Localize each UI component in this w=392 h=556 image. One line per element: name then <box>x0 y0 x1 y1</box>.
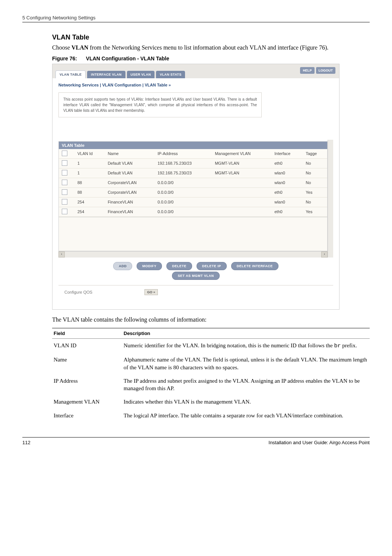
tab-user-vlan[interactable]: USER VLAN <box>127 71 155 78</box>
vlan-table-title: VLAN Table <box>59 142 327 149</box>
cell-name: Default VLAN <box>105 168 154 178</box>
cell-ip: 0.0.0.0/0 <box>154 207 212 217</box>
cell-mgmt: MGMT-VLAN <box>212 168 271 178</box>
cell-interface: wlan0 <box>271 168 303 178</box>
cell-tagged: No <box>303 158 327 168</box>
intro-paragraph: Choose VLAN from the Networking Services… <box>52 44 370 52</box>
intro-bold: VLAN <box>71 44 88 51</box>
vlan-table-header-row: VLAN Id Name IP-Address Management VLAN … <box>59 149 327 159</box>
vlan-screenshot: VLAN TABLE INTERFACE VLAN USER VLAN VLAN… <box>52 64 340 310</box>
col-ip: IP-Address <box>154 149 212 159</box>
cell-tagged: No <box>303 178 327 187</box>
cell-vlan-id: 254 <box>74 197 105 207</box>
table-row: 88CorporateVLAN0.0.0.0/0eth0Yes <box>59 187 327 197</box>
cell-vlan-id: 88 <box>74 187 105 197</box>
figure-caption: Figure 76: VLAN Configuration - VLAN Tab… <box>52 56 370 61</box>
field-name: IP Address <box>52 374 122 395</box>
cell-mgmt: MGMT-VLAN <box>212 158 271 168</box>
vertical-scrollbar[interactable] <box>328 140 333 258</box>
cell-name: Default VLAN <box>105 158 154 168</box>
intro-pre: Choose <box>52 44 71 51</box>
field-desc: Alphanumeric name of the VLAN. The field… <box>122 353 370 374</box>
row-checkbox[interactable] <box>62 180 67 185</box>
page-number: 112 <box>22 440 31 445</box>
field-name: Management VLAN <box>52 395 122 408</box>
table-row: 1Default VLAN192.168.75.230/23MGMT-VLANe… <box>59 158 327 168</box>
cell-ip: 192.168.75.230/23 <box>154 168 212 178</box>
intro-post: from the Networking Services menu to lis… <box>88 44 328 51</box>
tab-bar: VLAN TABLE INTERFACE VLAN USER VLAN VLAN… <box>52 64 339 78</box>
field-name: VLAN ID <box>52 339 122 353</box>
logout-button[interactable]: LOGOUT <box>316 67 336 74</box>
cell-ip: 0.0.0.0/0 <box>154 178 212 187</box>
configure-qos-row: Configure QOS GO » <box>58 285 333 306</box>
cell-interface: eth0 <box>271 187 303 197</box>
delete-ip-button[interactable]: DELETE IP <box>197 262 227 270</box>
scroll-left-arrow[interactable]: ‹ <box>58 252 65 258</box>
cell-tagged: No <box>303 168 327 178</box>
cell-tagged: No <box>303 197 327 207</box>
breadcrumb: Networking Services | VLAN Configuration… <box>58 83 333 87</box>
col-interface: Interface <box>271 149 303 159</box>
figure-label: Figure 76: <box>52 56 77 61</box>
desc-header: Description <box>122 328 370 339</box>
cell-name: CorporateVLAN <box>105 178 154 187</box>
table-row: 1Default VLAN192.168.75.230/23MGMT-VLANw… <box>59 168 327 178</box>
row-checkbox[interactable] <box>62 189 67 195</box>
explain-box: This access point supports two types of … <box>58 92 262 117</box>
field-row: Name Alphanumeric name of the VLAN. The … <box>52 353 370 374</box>
cell-name: CorporateVLAN <box>105 187 154 197</box>
delete-interface-button[interactable]: DELETE INTERFACE <box>231 262 278 270</box>
field-header: Field <box>52 328 122 339</box>
row-checkbox[interactable] <box>62 199 67 205</box>
field-desc: Numeric identifier for the VLAN. In brid… <box>122 339 370 353</box>
table-row: 88CorporateVLAN0.0.0.0/0wlan0No <box>59 178 327 187</box>
row-checkbox[interactable] <box>62 160 67 166</box>
field-name: Interface <box>52 409 122 422</box>
cell-name: FinanceVLAN <box>105 197 154 207</box>
field-row: IP Address The IP address and subnet pre… <box>52 374 370 395</box>
col-tagged: Tagge <box>303 149 327 159</box>
cell-vlan-id: 1 <box>74 168 105 178</box>
cell-mgmt <box>212 197 271 207</box>
row-checkbox[interactable] <box>62 209 67 214</box>
field-name: Name <box>52 353 122 374</box>
cell-ip: 192.168.75.230/23 <box>154 158 212 168</box>
action-button-row: ADD MODIFY DELETE DELETE IP DELETE INTER… <box>58 258 333 272</box>
field-row: Management VLAN Indicates whether this V… <box>52 395 370 408</box>
tab-interface-vlan[interactable]: INTERFACE VLAN <box>87 71 125 78</box>
cell-tagged: Yes <box>303 207 327 217</box>
modify-button[interactable]: MODIFY <box>137 262 162 270</box>
help-button[interactable]: HELP <box>300 67 314 74</box>
table-row: 254FinanceVLAN0.0.0.0/0wlan0No <box>59 197 327 207</box>
delete-button[interactable]: DELETE <box>166 262 192 270</box>
cell-tagged: Yes <box>303 187 327 197</box>
add-button[interactable]: ADD <box>113 262 132 270</box>
cell-mgmt <box>212 207 271 217</box>
row-checkbox[interactable] <box>62 170 67 176</box>
page-header: 5 Configuring Networking Settings <box>22 15 370 22</box>
field-desc: The IP address and subnet prefix assigne… <box>122 374 370 395</box>
cell-vlan-id: 1 <box>74 158 105 168</box>
scroll-right-arrow[interactable]: › <box>321 252 328 258</box>
section-heading: VLAN Table <box>52 34 370 41</box>
cell-ip: 0.0.0.0/0 <box>154 197 212 207</box>
configure-qos-label: Configure QOS <box>64 290 92 294</box>
vlan-table: VLAN Id Name IP-Address Management VLAN … <box>59 149 327 217</box>
doc-title: Installation and User Guide: Airgo Acces… <box>268 440 370 445</box>
set-mgmt-vlan-button[interactable]: SET AS MGMT VLAN <box>172 272 219 280</box>
go-button[interactable]: GO » <box>144 289 158 295</box>
col-vlan-id: VLAN Id <box>74 149 105 159</box>
field-desc: The logical AP interface. The table cont… <box>122 409 370 422</box>
cell-name: FinanceVLAN <box>105 207 154 217</box>
cell-vlan-id: 88 <box>74 178 105 187</box>
table-row: 254FinanceVLAN0.0.0.0/0eth0Yes <box>59 207 327 217</box>
cell-vlan-id: 254 <box>74 207 105 217</box>
tab-vlan-stats[interactable]: VLAN STATS <box>156 71 185 78</box>
select-all-checkbox[interactable] <box>62 151 67 156</box>
table-empty-space <box>58 217 328 251</box>
horizontal-scrollbar[interactable]: ‹ › <box>58 251 328 258</box>
field-row: Interface The logical AP interface. The … <box>52 409 370 422</box>
cell-interface: eth0 <box>271 207 303 217</box>
tab-vlan-table[interactable]: VLAN TABLE <box>55 70 86 78</box>
